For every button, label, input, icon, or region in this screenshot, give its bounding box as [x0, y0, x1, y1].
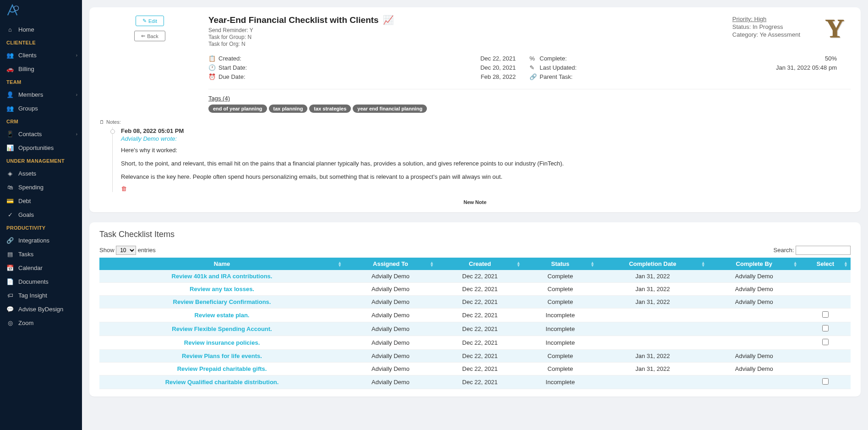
cell-name: Review Qualified charitable distribution…: [99, 375, 344, 389]
row-select-checkbox[interactable]: [822, 378, 829, 385]
sidebar-item-debt[interactable]: 💳Debt: [0, 194, 82, 208]
doc-icon: 📄: [6, 278, 14, 285]
checklist-title: Task Checklist Items: [99, 230, 851, 239]
cell-created: Dec 22, 2021: [437, 296, 523, 309]
detail-icon: ⏰: [208, 73, 215, 80]
column-header[interactable]: Name▲▼: [99, 258, 344, 270]
card-icon: 💳: [6, 197, 14, 204]
cell-select: [800, 375, 851, 389]
tag-icon: 🏷: [6, 292, 14, 299]
sidebar-item-tag-insight[interactable]: 🏷Tag Insight: [0, 288, 82, 302]
cell-completion: Jan 31, 2022: [597, 296, 708, 309]
sidebar-item-spending[interactable]: 🛍Spending: [0, 180, 82, 194]
cell-select: [800, 283, 851, 296]
nav-section-header: CRM: [0, 115, 82, 127]
cell-name: Review any tax losses.: [99, 283, 344, 296]
table-row: Review Beneficiary Confirmations. Advial…: [99, 296, 851, 309]
users-icon: 👥: [6, 51, 14, 59]
pencil-icon: ✎: [142, 18, 147, 24]
checklist-item-link[interactable]: Review Flexible Spending Account.: [172, 325, 272, 332]
cell-by: [708, 322, 800, 336]
detail-lastupdated: ✎Last Updated:Jan 31, 2022 05:48 pm: [530, 64, 851, 71]
sidebar-item-label: Tasks: [18, 251, 33, 258]
table-row: Review any tax losses. Advially Demo Dec…: [99, 283, 851, 296]
row-select-checkbox[interactable]: [822, 325, 829, 331]
column-header[interactable]: Status▲▼: [523, 258, 597, 270]
cell-name: Review insurance policies.: [99, 336, 344, 350]
checklist-item-link[interactable]: Review estate plan.: [195, 312, 250, 319]
chevron-right-icon: ›: [76, 132, 77, 137]
cell-name: Review Plans for life events.: [99, 350, 344, 363]
note-text-line: Here's why it worked:: [121, 146, 851, 155]
sidebar-item-goals[interactable]: ✓Goals: [0, 208, 82, 221]
sidebar-item-label: Members: [18, 91, 43, 98]
column-header[interactable]: Select▲▼: [800, 258, 851, 270]
sidebar-item-label: Zoom: [18, 320, 33, 326]
edit-button[interactable]: ✎ Edit: [136, 16, 164, 26]
cell-completion: Jan 31, 2022: [597, 283, 708, 296]
sidebar-item-advise-bydesign[interactable]: 💬Advise ByDesign: [0, 302, 82, 316]
sidebar-item-label: Documents: [18, 278, 49, 285]
table-row: Review Flexible Spending Account. Advial…: [99, 322, 851, 336]
column-header[interactable]: Completion Date▲▼: [597, 258, 708, 270]
checklist-item-link[interactable]: Review Qualified charitable distribution…: [165, 379, 279, 386]
sidebar-item-home[interactable]: ⌂Home: [0, 22, 82, 36]
tag-pill[interactable]: tax strategies: [309, 105, 351, 113]
sidebar-item-assets[interactable]: ◈Assets: [0, 166, 82, 180]
row-select-checkbox[interactable]: [822, 339, 829, 345]
sidebar-item-calendar[interactable]: 📅Calendar: [0, 261, 82, 275]
sidebar-item-members[interactable]: 👤Members›: [0, 88, 82, 101]
sidebar-item-zoom[interactable]: ◎Zoom: [0, 316, 82, 330]
checklist-item-link[interactable]: Review any tax losses.: [190, 286, 254, 292]
cell-status: Incomplete: [523, 309, 597, 322]
cell-by: [708, 309, 800, 322]
search-input[interactable]: [796, 246, 851, 255]
sidebar-item-billing[interactable]: 🚗Billing: [0, 62, 82, 76]
checklist-item-link[interactable]: Review 401k and IRA contributions.: [172, 273, 273, 280]
cell-assigned: Advially Demo: [344, 309, 437, 322]
table-row: Review Prepaid charitable gifts. Adviall…: [99, 363, 851, 375]
cell-created: Dec 22, 2021: [437, 375, 523, 389]
sidebar-item-label: Contacts: [18, 131, 42, 138]
back-button[interactable]: ⇐ Back: [134, 31, 165, 41]
entries-select[interactable]: 10: [116, 246, 136, 255]
new-note-button[interactable]: New Note: [99, 199, 851, 205]
detail-complete: %Complete:50%: [530, 55, 851, 62]
sidebar-item-clients[interactable]: 👥Clients›: [0, 48, 82, 62]
checklist-item-link[interactable]: Review Prepaid charitable gifts.: [177, 365, 267, 372]
detail-parenttask: 🔗Parent Task:: [530, 73, 851, 80]
sidebar: ⌂HomeCLIENTELE👥Clients›🚗BillingTEAM👤Memb…: [0, 0, 82, 430]
column-header[interactable]: Assigned To▲▼: [344, 258, 437, 270]
tag-pill[interactable]: end of year planning: [208, 105, 267, 113]
cell-created: Dec 22, 2021: [437, 336, 523, 350]
column-header[interactable]: Created▲▼: [437, 258, 523, 270]
home-icon: ⌂: [6, 26, 14, 33]
checklist-item-link[interactable]: Review Beneficiary Confirmations.: [173, 298, 271, 305]
sidebar-item-groups[interactable]: 👥Groups: [0, 101, 82, 115]
cell-assigned: Advially Demo: [344, 363, 437, 375]
back-button-label: Back: [147, 33, 158, 39]
sidebar-item-label: Tag Insight: [18, 292, 47, 299]
cell-select: [800, 270, 851, 283]
cell-name: Review Prepaid charitable gifts.: [99, 363, 344, 375]
sort-icon: ▲▼: [590, 261, 595, 267]
column-header[interactable]: Complete By▲▼: [708, 258, 800, 270]
trend-up-icon: 📈: [383, 15, 394, 25]
cell-status: Complete: [523, 350, 597, 363]
row-select-checkbox[interactable]: [822, 311, 829, 318]
table-row: Review Plans for life events. Advially D…: [99, 350, 851, 363]
cell-created: Dec 22, 2021: [437, 283, 523, 296]
sidebar-item-contacts[interactable]: 📱Contacts›: [0, 127, 82, 141]
delete-note-button[interactable]: 🗑: [121, 185, 851, 192]
checklist-item-link[interactable]: Review insurance policies.: [184, 339, 260, 346]
sidebar-item-tasks[interactable]: ▤Tasks: [0, 247, 82, 261]
checklist-item-link[interactable]: Review Plans for life events.: [182, 353, 262, 359]
main-content: ✎ Edit ⇐ Back Year-End Financial Checkli…: [82, 0, 868, 430]
sidebar-item-opportunities[interactable]: 📊Opportunities: [0, 141, 82, 154]
sidebar-item-integrations[interactable]: 🔗Integrations: [0, 233, 82, 247]
tag-pill[interactable]: year end financial planning: [353, 105, 427, 113]
tag-pill[interactable]: tax planning: [269, 105, 308, 113]
sidebar-item-label: Advise ByDesign: [18, 306, 63, 313]
priority-meta: Priority: High: [732, 16, 800, 22]
sidebar-item-documents[interactable]: 📄Documents: [0, 275, 82, 288]
